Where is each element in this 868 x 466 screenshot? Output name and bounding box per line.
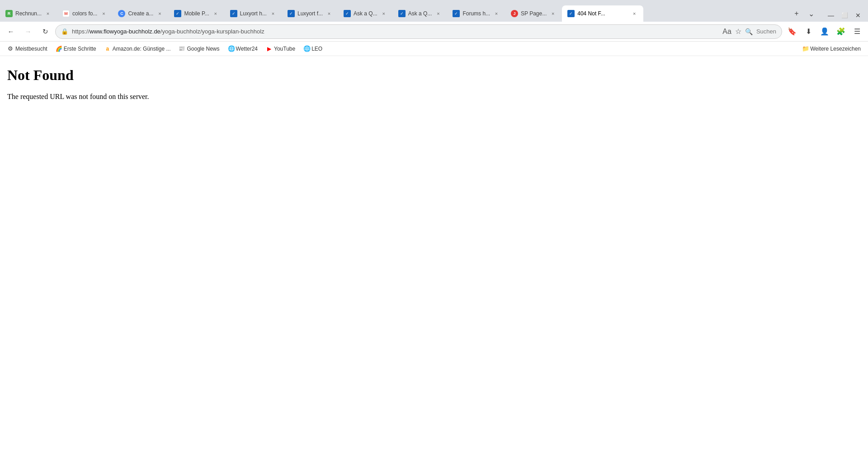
tab-close-5[interactable]: × xyxy=(269,10,277,17)
bookmarks-bar: ⚙ Meistbesucht 🌈 Erste Schritte a Amazon… xyxy=(0,42,868,56)
toolbar: ← → ↻ 🔒 https://www.flowyoga-buchholz.de… xyxy=(0,22,868,42)
bookmark-label-leo: LEO xyxy=(311,46,322,52)
tab-close-11[interactable]: × xyxy=(631,10,638,17)
restore-button[interactable]: ⬜ xyxy=(838,9,851,22)
tab-close-1[interactable]: × xyxy=(44,10,52,17)
tab-ask2[interactable]: ✓ Ask a Q... × xyxy=(393,5,448,22)
account-button[interactable]: 👤 xyxy=(817,24,832,39)
tab-favicon-11: ✓ xyxy=(567,10,575,17)
tab-404[interactable]: ✓ 404 Not F... × xyxy=(562,5,643,22)
tab-favicon-4: ✓ xyxy=(174,10,181,17)
tab-actions: + ⌄ xyxy=(787,5,821,22)
tab-label-9: Forums h... xyxy=(462,10,490,17)
forward-button[interactable]: → xyxy=(21,24,35,39)
security-icon: 🔒 xyxy=(61,28,68,35)
tab-close-4[interactable]: × xyxy=(212,10,219,17)
youtube-icon: ▶ xyxy=(266,46,272,52)
meistbesucht-icon: ⚙ xyxy=(7,45,14,52)
tab-close-7[interactable]: × xyxy=(380,10,387,17)
tab-label-4: Mobile P... xyxy=(184,10,209,17)
tab-close-8[interactable]: × xyxy=(434,10,442,17)
tab-colors[interactable]: M colors fo... × xyxy=(57,5,113,22)
tab-label-6: Luxyort f... xyxy=(297,10,323,17)
tab-favicon-1: R xyxy=(5,10,13,17)
tab-label-11: 404 Not F... xyxy=(577,10,628,17)
bookmark-google-news[interactable]: 📰 Google News xyxy=(175,43,223,55)
tab-label-2: colors fo... xyxy=(72,10,97,17)
bookmark-label-wetter24: Wetter24 xyxy=(236,46,258,52)
bookmark-meistbesucht[interactable]: ⚙ Meistbesucht xyxy=(4,43,51,55)
menu-button[interactable]: ☰ xyxy=(850,24,864,39)
tab-favicon-8: ✓ xyxy=(398,10,406,17)
page-content: Not Found The requested URL was not foun… xyxy=(0,56,868,466)
bookmark-erste-schritte[interactable]: 🌈 Erste Schritte xyxy=(52,43,100,55)
tab-label-3: Create a... xyxy=(128,10,153,17)
tab-favicon-7: ✓ xyxy=(344,10,351,17)
bookmark-more[interactable]: 📁 Weitere Lesezeichen xyxy=(798,43,864,55)
tab-label-1: Rechnun... xyxy=(15,10,42,17)
tab-close-9[interactable]: × xyxy=(493,10,500,17)
tab-label-5: Luxyort h... xyxy=(240,10,267,17)
tab-label-7: Ask a Q... xyxy=(354,10,377,17)
tab-rechnun[interactable]: R Rechnun... × xyxy=(0,5,57,22)
tab-favicon-9: ✓ xyxy=(453,10,460,17)
bookmark-label-google-news: Google News xyxy=(187,46,219,52)
toolbar-right: 🔖 ⬇ 👤 🧩 ☰ xyxy=(785,24,864,39)
google-news-icon: 📰 xyxy=(179,46,185,52)
bookmark-amazon[interactable]: a Amazon.de: Günstige ... xyxy=(101,43,175,55)
pocket-button[interactable]: 🔖 xyxy=(785,24,799,39)
minimize-button[interactable]: — xyxy=(825,9,837,22)
bookmark-leo[interactable]: 🌐 LEO xyxy=(300,43,326,55)
tab-luxyort1[interactable]: ✓ Luxyort h... × xyxy=(225,5,282,22)
close-button[interactable]: ✕ xyxy=(852,9,864,22)
tab-dropdown-button[interactable]: ⌄ xyxy=(805,7,817,20)
extensions-button[interactable]: 🧩 xyxy=(834,24,848,39)
bookmark-label-amazon: Amazon.de: Günstige ... xyxy=(113,46,171,52)
url-display: https://www.flowyoga-buchholz.de/yoga-bu… xyxy=(72,28,264,35)
back-button[interactable]: ← xyxy=(4,24,18,39)
tab-favicon-2: M xyxy=(62,10,70,17)
search-label: Suchen xyxy=(756,28,776,35)
tab-sppage[interactable]: J SP Page... × xyxy=(505,5,562,22)
tab-ask1[interactable]: ✓ Ask a Q... × xyxy=(338,5,393,22)
address-bar[interactable]: 🔒 https://www.flowyoga-buchholz.de/yoga-… xyxy=(55,24,782,39)
tab-label-8: Ask a Q... xyxy=(408,10,432,17)
url-domain: www.flowyoga-buchholz.de xyxy=(90,28,160,35)
search-icon[interactable]: 🔍 xyxy=(745,28,753,35)
new-tab-button[interactable]: + xyxy=(790,7,803,20)
tab-close-10[interactable]: × xyxy=(549,10,557,17)
tab-label-10: SP Page... xyxy=(521,10,547,17)
erste-schritte-icon: 🌈 xyxy=(56,46,62,52)
tab-forums[interactable]: ✓ Forums h... × xyxy=(447,5,505,22)
tab-favicon-6: ✓ xyxy=(288,10,295,17)
leo-icon: 🌐 xyxy=(303,45,310,52)
url-protocol: https:// xyxy=(72,28,90,35)
bookmark-youtube[interactable]: ▶ YouTube xyxy=(262,43,299,55)
browser-window: R Rechnun... × M colors fo... × C Create… xyxy=(0,0,868,466)
download-button[interactable]: ⬇ xyxy=(801,24,816,39)
bookmark-label-meistbesucht: Meistbesucht xyxy=(15,46,47,52)
bookmark-label-youtube: YouTube xyxy=(274,46,295,52)
tab-create[interactable]: C Create a... × xyxy=(113,5,169,22)
tab-close-6[interactable]: × xyxy=(326,10,333,17)
tab-mobile[interactable]: ✓ Mobile P... × xyxy=(169,5,224,22)
translate-icon[interactable]: Aa xyxy=(722,28,731,36)
bookmark-more-label: Weitere Lesezeichen xyxy=(810,46,861,52)
folder-icon: 📁 xyxy=(802,45,808,52)
tab-close-3[interactable]: × xyxy=(156,10,163,17)
tab-favicon-3: C xyxy=(118,10,125,17)
wetter24-icon: 🌐 xyxy=(228,45,234,52)
tab-favicon-5: ✓ xyxy=(230,10,237,17)
tab-bar-left: R Rechnun... × M colors fo... × C Create… xyxy=(0,5,787,22)
url-path: /yoga-buchholz/yoga-kursplan-buchholz xyxy=(160,28,264,35)
tab-luxyort2[interactable]: ✓ Luxyort f... × xyxy=(282,5,338,22)
bookmark-star-icon[interactable]: ☆ xyxy=(735,27,741,36)
page-body-text: The requested URL was not found on this … xyxy=(7,93,861,101)
amazon-icon: a xyxy=(104,46,111,52)
bookmark-wetter24[interactable]: 🌐 Wetter24 xyxy=(224,43,261,55)
refresh-button[interactable]: ↻ xyxy=(38,24,52,39)
tab-favicon-10: J xyxy=(511,10,518,17)
bookmark-label-erste-schritte: Erste Schritte xyxy=(64,46,96,52)
page-heading: Not Found xyxy=(7,67,861,84)
tab-close-2[interactable]: × xyxy=(100,10,107,17)
